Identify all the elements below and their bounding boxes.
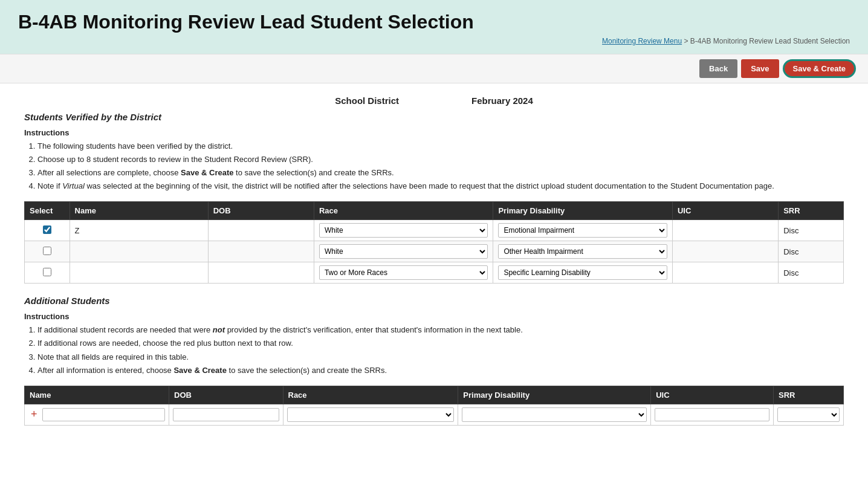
name-cell — [70, 241, 208, 262]
verified-table-row: WhiteBlack or African AmericanHispanic/L… — [25, 262, 844, 284]
verified-table-body: ZWhiteBlack or African AmericanHispanic/… — [25, 220, 844, 284]
verified-instruction-4: Note if Virtual was selected at the begi… — [37, 180, 844, 193]
page-title: B-4AB Monitoring Review Lead Student Sel… — [18, 11, 850, 33]
additional-table-head: Name DOB Race Primary Disability UIC SRR — [25, 386, 844, 404]
select-cell — [25, 262, 70, 284]
add-col-name: Name — [25, 386, 169, 404]
col-race: Race — [314, 202, 493, 220]
disability-select[interactable]: Emotional ImpairmentOther Health Impairm… — [498, 265, 667, 280]
district-label: School District — [335, 96, 399, 106]
breadcrumb-current: B-4AB Monitoring Review Lead Student Sel… — [690, 37, 850, 45]
additional-table-body: + WhiteBlack or African AmericanHispanic… — [25, 404, 844, 425]
verified-table-row: WhiteBlack or African AmericanHispanic/L… — [25, 241, 844, 262]
srr-cell: Disc — [779, 241, 844, 262]
uic-cell — [672, 220, 778, 241]
add-srr-cell: Disc — [774, 404, 844, 425]
dob-cell — [208, 262, 314, 284]
additional-instructions-list: If additional student records are needed… — [24, 323, 844, 377]
srr-cell: Disc — [779, 262, 844, 284]
additional-instructions: Instructions If additional student recor… — [24, 312, 844, 377]
race-select[interactable]: WhiteBlack or African AmericanHispanic/L… — [319, 244, 488, 259]
select-checkbox[interactable] — [43, 268, 51, 276]
add-uic-cell — [651, 404, 774, 425]
add-race-select[interactable]: WhiteBlack or African AmericanHispanic/L… — [287, 407, 455, 422]
additional-instruction-2: If additional rows are needed, choose th… — [37, 337, 844, 350]
col-dob: DOB — [208, 202, 314, 220]
breadcrumb-link[interactable]: Monitoring Review Menu — [602, 37, 682, 45]
uic-cell — [672, 241, 778, 262]
add-uic-input[interactable] — [655, 408, 769, 421]
dob-cell — [208, 241, 314, 262]
back-button[interactable]: Back — [699, 59, 737, 78]
section-header: School District February 2024 — [24, 96, 844, 106]
add-srr-select[interactable]: Disc — [777, 407, 840, 422]
col-name: Name — [70, 202, 208, 220]
add-col-race: Race — [283, 386, 458, 404]
uic-cell — [672, 262, 778, 284]
add-disability-select[interactable]: Emotional ImpairmentOther Health Impairm… — [462, 407, 647, 422]
add-row-button[interactable]: + — [28, 408, 40, 421]
verified-table-head: Select Name DOB Race Primary Disability … — [25, 202, 844, 220]
verified-table: Select Name DOB Race Primary Disability … — [24, 201, 844, 284]
select-cell — [25, 241, 70, 262]
add-col-srr: SRR — [774, 386, 844, 404]
district-date-row: School District February 2024 — [24, 96, 844, 106]
toolbar: Back Save Save & Create — [0, 54, 868, 83]
race-cell: WhiteBlack or African AmericanHispanic/L… — [314, 220, 493, 241]
main-content: School District February 2024 Students V… — [0, 83, 868, 444]
additional-instruction-4: After all information is entered, choose… — [37, 364, 844, 377]
verified-table-row: ZWhiteBlack or African AmericanHispanic/… — [25, 220, 844, 241]
col-srr: SRR — [779, 202, 844, 220]
additional-table-header-row: Name DOB Race Primary Disability UIC SRR — [25, 386, 844, 404]
breadcrumb: Monitoring Review Menu > B-4AB Monitorin… — [18, 37, 850, 45]
col-uic: UIC — [672, 202, 778, 220]
verified-instruction-3: After all selections are complete, choos… — [37, 166, 844, 180]
name-cell: Z — [70, 220, 208, 241]
add-name-cell: + — [25, 404, 169, 425]
add-dob-input[interactable] — [173, 408, 279, 421]
additional-table: Name DOB Race Primary Disability UIC SRR… — [24, 386, 844, 426]
add-disability-cell: Emotional ImpairmentOther Health Impairm… — [458, 404, 651, 425]
race-cell: WhiteBlack or African AmericanHispanic/L… — [314, 241, 493, 262]
add-name-input[interactable] — [42, 408, 166, 421]
verified-instructions: Instructions The following students have… — [24, 128, 844, 193]
add-race-cell: WhiteBlack or African AmericanHispanic/L… — [283, 404, 458, 425]
srr-cell: Disc — [779, 220, 844, 241]
select-cell — [25, 220, 70, 241]
save-create-button[interactable]: Save & Create — [783, 59, 856, 78]
race-cell: WhiteBlack or African AmericanHispanic/L… — [314, 262, 493, 284]
verified-instruction-1: The following students have been verifie… — [37, 140, 844, 153]
dob-cell — [208, 220, 314, 241]
race-select[interactable]: WhiteBlack or African AmericanHispanic/L… — [319, 223, 488, 238]
disability-cell: Emotional ImpairmentOther Health Impairm… — [493, 241, 673, 262]
verified-instructions-label: Instructions — [24, 128, 844, 137]
col-disability: Primary Disability — [493, 202, 673, 220]
disability-select[interactable]: Emotional ImpairmentOther Health Impairm… — [498, 244, 667, 259]
header-band: B-4AB Monitoring Review Lead Student Sel… — [0, 0, 868, 54]
breadcrumb-separator: > — [684, 37, 688, 45]
additional-section-title: Additional Students — [24, 296, 844, 306]
save-button[interactable]: Save — [741, 59, 779, 78]
verified-instruction-2: Choose up to 8 student records to review… — [37, 153, 844, 166]
name-cell — [70, 262, 208, 284]
race-select[interactable]: WhiteBlack or African AmericanHispanic/L… — [319, 265, 488, 280]
add-col-disability: Primary Disability — [458, 386, 651, 404]
add-col-dob: DOB — [169, 386, 283, 404]
disability-cell: Emotional ImpairmentOther Health Impairm… — [493, 220, 673, 241]
disability-select[interactable]: Emotional ImpairmentOther Health Impairm… — [498, 223, 667, 238]
additional-table-row: + WhiteBlack or African AmericanHispanic… — [25, 404, 844, 425]
select-checkbox[interactable] — [43, 247, 51, 255]
verified-section-title: Students Verified by the District — [24, 112, 844, 122]
date-label: February 2024 — [471, 96, 533, 106]
verified-table-header-row: Select Name DOB Race Primary Disability … — [25, 202, 844, 220]
add-col-uic: UIC — [651, 386, 774, 404]
disability-cell: Emotional ImpairmentOther Health Impairm… — [493, 262, 673, 284]
col-select: Select — [25, 202, 70, 220]
additional-section: Additional Students Instructions If addi… — [24, 296, 844, 425]
select-checkbox[interactable] — [43, 225, 51, 234]
verified-instructions-list: The following students have been verifie… — [24, 140, 844, 193]
add-dob-cell — [169, 404, 283, 425]
additional-instructions-label: Instructions — [24, 312, 844, 321]
additional-instruction-1: If additional student records are needed… — [37, 323, 844, 337]
additional-instruction-3: Note that all fields are required in thi… — [37, 351, 844, 364]
